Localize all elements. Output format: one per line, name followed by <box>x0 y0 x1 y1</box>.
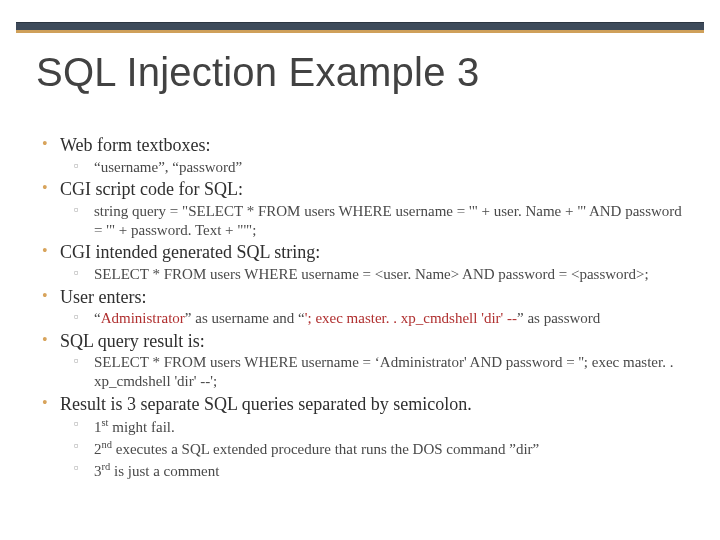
slide: SQL Injection Example 3 Web form textbox… <box>0 0 720 540</box>
sub-text: string query = "SELECT * FROM users WHER… <box>94 203 682 238</box>
bullet-text: SQL query result is: <box>60 331 205 351</box>
bullet-item: User enters: “Administrator” as username… <box>36 286 692 328</box>
sub-list: SELECT * FROM users WHERE username = ‘Ad… <box>60 353 692 391</box>
bullet-text: CGI script code for SQL: <box>60 179 243 199</box>
sub-item: SELECT * FROM users WHERE username = <us… <box>60 265 692 284</box>
ord-num: 2 <box>94 441 102 457</box>
sub-text: executes a SQL extended procedure that r… <box>112 441 539 457</box>
bullet-text: CGI intended generated SQL string: <box>60 242 320 262</box>
sub-item: “Administrator” as username and “'; exec… <box>60 309 692 328</box>
slide-title: SQL Injection Example 3 <box>36 50 684 95</box>
bullet-text: Web form textboxes: <box>60 135 211 155</box>
sub-item: string query = "SELECT * FROM users WHER… <box>60 202 692 240</box>
sub-list: SELECT * FROM users WHERE username = <us… <box>60 265 692 284</box>
top-rule-accent <box>16 30 704 33</box>
ord-sup: rd <box>102 461 111 472</box>
sub-item: 1st might fail. <box>60 416 692 437</box>
sub-text: might fail. <box>109 419 175 435</box>
sub-text-post: ” as password <box>517 310 600 326</box>
sub-text-pre: “ <box>94 310 101 326</box>
sub-list: “username”, “password” <box>60 158 692 177</box>
sub-text: “username”, “password” <box>94 159 242 175</box>
bullet-list: Web form textboxes: “username”, “passwor… <box>36 134 692 481</box>
sub-text-mid: ” as username and “ <box>185 310 305 326</box>
sub-text: SELECT * FROM users WHERE username = <us… <box>94 266 649 282</box>
sub-list: 1st might fail. 2nd executes a SQL exten… <box>60 416 692 480</box>
sub-text: is just a comment <box>110 463 219 479</box>
sub-list: “Administrator” as username and “'; exec… <box>60 309 692 328</box>
sub-item: SELECT * FROM users WHERE username = ‘Ad… <box>60 353 692 391</box>
bullet-item: CGI script code for SQL: string query = … <box>36 178 692 239</box>
sub-text-red: Administrator <box>101 310 185 326</box>
slide-body: Web form textboxes: “username”, “passwor… <box>36 134 692 483</box>
sub-item: 3rd is just a comment <box>60 460 692 481</box>
sub-item: 2nd executes a SQL extended procedure th… <box>60 438 692 459</box>
bullet-item: CGI intended generated SQL string: SELEC… <box>36 241 692 283</box>
bullet-text: User enters: <box>60 287 146 307</box>
bullet-item: Web form textboxes: “username”, “passwor… <box>36 134 692 176</box>
sub-text: SELECT * FROM users WHERE username = ‘Ad… <box>94 354 673 389</box>
ord-sup: nd <box>102 439 113 450</box>
bullet-item: SQL query result is: SELECT * FROM users… <box>36 330 692 391</box>
sub-list: string query = "SELECT * FROM users WHER… <box>60 202 692 240</box>
ord-sup: st <box>102 417 109 428</box>
sub-item: “username”, “password” <box>60 158 692 177</box>
bullet-item: Result is 3 separate SQL queries separat… <box>36 393 692 481</box>
bullet-text: Result is 3 separate SQL queries separat… <box>60 394 472 414</box>
sub-text-red: '; exec master. . xp_cmdshell 'dir' -- <box>305 310 517 326</box>
ord-num: 1 <box>94 419 102 435</box>
ord-num: 3 <box>94 463 102 479</box>
